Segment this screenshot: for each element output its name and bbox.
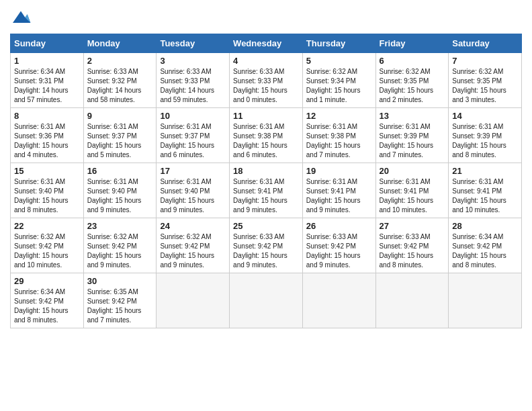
- calendar-cell: 21Sunrise: 6:31 AMSunset: 9:41 PMDayligh…: [449, 163, 522, 218]
- day-number: 16: [87, 166, 153, 176]
- day-number: 2: [87, 56, 153, 66]
- day-info: Sunrise: 6:34 AMSunset: 9:42 PMDaylight:…: [14, 287, 80, 325]
- calendar-cell: [302, 273, 375, 328]
- calendar-cell: 25Sunrise: 6:33 AMSunset: 9:42 PMDayligh…: [230, 218, 303, 273]
- day-number: 9: [87, 111, 153, 121]
- day-number: 23: [87, 221, 153, 231]
- day-info: Sunrise: 6:35 AMSunset: 9:42 PMDaylight:…: [87, 287, 153, 325]
- day-number: 14: [452, 111, 518, 121]
- day-number: 4: [233, 56, 299, 66]
- day-number: 12: [306, 111, 372, 121]
- calendar-cell: 18Sunrise: 6:31 AMSunset: 9:41 PMDayligh…: [230, 163, 303, 218]
- day-info: Sunrise: 6:32 AMSunset: 9:34 PMDaylight:…: [306, 67, 372, 105]
- calendar-cell: 30Sunrise: 6:35 AMSunset: 9:42 PMDayligh…: [83, 273, 157, 328]
- day-number: 3: [160, 56, 226, 66]
- weekday-header-tuesday: Tuesday: [157, 34, 230, 53]
- day-info: Sunrise: 6:31 AMSunset: 9:38 PMDaylight:…: [233, 122, 299, 160]
- day-info: Sunrise: 6:34 AMSunset: 9:42 PMDaylight:…: [452, 232, 518, 270]
- calendar-cell: 17Sunrise: 6:31 AMSunset: 9:40 PMDayligh…: [157, 163, 230, 218]
- day-info: Sunrise: 6:31 AMSunset: 9:36 PMDaylight:…: [14, 122, 80, 160]
- weekday-header-row: SundayMondayTuesdayWednesdayThursdayFrid…: [11, 34, 522, 53]
- day-info: Sunrise: 6:31 AMSunset: 9:41 PMDaylight:…: [306, 177, 372, 215]
- calendar-cell: 12Sunrise: 6:31 AMSunset: 9:38 PMDayligh…: [302, 108, 375, 163]
- calendar-cell: [375, 273, 449, 328]
- calendar-cell: 23Sunrise: 6:32 AMSunset: 9:42 PMDayligh…: [83, 218, 157, 273]
- day-number: 20: [380, 166, 445, 176]
- day-number: 13: [380, 111, 445, 121]
- calendar-week-row: 22Sunrise: 6:32 AMSunset: 9:42 PMDayligh…: [11, 218, 522, 273]
- calendar-cell: 15Sunrise: 6:31 AMSunset: 9:40 PMDayligh…: [11, 163, 84, 218]
- day-info: Sunrise: 6:33 AMSunset: 9:42 PMDaylight:…: [380, 232, 445, 270]
- calendar-table: SundayMondayTuesdayWednesdayThursdayFrid…: [10, 34, 522, 328]
- calendar-cell: [230, 273, 303, 328]
- day-number: 27: [380, 221, 445, 231]
- day-info: Sunrise: 6:31 AMSunset: 9:39 PMDaylight:…: [380, 122, 445, 160]
- day-number: 29: [14, 276, 80, 286]
- day-number: 21: [452, 166, 518, 176]
- day-info: Sunrise: 6:31 AMSunset: 9:41 PMDaylight:…: [233, 177, 299, 215]
- calendar-cell: [449, 273, 522, 328]
- day-info: Sunrise: 6:31 AMSunset: 9:40 PMDaylight:…: [87, 177, 153, 215]
- day-number: 10: [160, 111, 226, 121]
- calendar-cell: 14Sunrise: 6:31 AMSunset: 9:39 PMDayligh…: [449, 108, 522, 163]
- calendar-cell: 9Sunrise: 6:31 AMSunset: 9:37 PMDaylight…: [83, 108, 157, 163]
- day-number: 22: [14, 221, 80, 231]
- day-number: 6: [380, 56, 445, 66]
- weekday-header-friday: Friday: [375, 34, 449, 53]
- calendar-week-row: 15Sunrise: 6:31 AMSunset: 9:40 PMDayligh…: [11, 163, 522, 218]
- calendar-week-row: 1Sunrise: 6:34 AMSunset: 9:31 PMDaylight…: [11, 53, 522, 108]
- calendar-cell: 6Sunrise: 6:32 AMSunset: 9:35 PMDaylight…: [375, 53, 449, 108]
- calendar-cell: 26Sunrise: 6:33 AMSunset: 9:42 PMDayligh…: [302, 218, 375, 273]
- day-info: Sunrise: 6:32 AMSunset: 9:42 PMDaylight:…: [87, 232, 153, 270]
- calendar-cell: 22Sunrise: 6:32 AMSunset: 9:42 PMDayligh…: [11, 218, 84, 273]
- calendar-cell: 5Sunrise: 6:32 AMSunset: 9:34 PMDaylight…: [302, 53, 375, 108]
- day-info: Sunrise: 6:33 AMSunset: 9:42 PMDaylight:…: [306, 232, 372, 270]
- page-header: [10, 7, 522, 28]
- calendar-week-row: 29Sunrise: 6:34 AMSunset: 9:42 PMDayligh…: [11, 273, 522, 328]
- day-info: Sunrise: 6:32 AMSunset: 9:42 PMDaylight:…: [160, 232, 226, 270]
- calendar-cell: 7Sunrise: 6:32 AMSunset: 9:35 PMDaylight…: [449, 53, 522, 108]
- day-number: 15: [14, 166, 80, 176]
- calendar-cell: 29Sunrise: 6:34 AMSunset: 9:42 PMDayligh…: [11, 273, 84, 328]
- day-info: Sunrise: 6:31 AMSunset: 9:40 PMDaylight:…: [14, 177, 80, 215]
- day-number: 18: [233, 166, 299, 176]
- day-info: Sunrise: 6:31 AMSunset: 9:41 PMDaylight:…: [452, 177, 518, 215]
- day-info: Sunrise: 6:31 AMSunset: 9:40 PMDaylight:…: [160, 177, 226, 215]
- calendar-week-row: 8Sunrise: 6:31 AMSunset: 9:36 PMDaylight…: [11, 108, 522, 163]
- day-number: 19: [306, 166, 372, 176]
- calendar-cell: 2Sunrise: 6:33 AMSunset: 9:32 PMDaylight…: [83, 53, 157, 108]
- calendar-page: SundayMondayTuesdayWednesdayThursdayFrid…: [0, 0, 532, 411]
- weekday-header-saturday: Saturday: [449, 34, 522, 53]
- day-info: Sunrise: 6:33 AMSunset: 9:42 PMDaylight:…: [233, 232, 299, 270]
- calendar-cell: 13Sunrise: 6:31 AMSunset: 9:39 PMDayligh…: [375, 108, 449, 163]
- calendar-cell: [157, 273, 230, 328]
- day-info: Sunrise: 6:31 AMSunset: 9:38 PMDaylight:…: [306, 122, 372, 160]
- calendar-cell: 10Sunrise: 6:31 AMSunset: 9:37 PMDayligh…: [157, 108, 230, 163]
- weekday-header-monday: Monday: [83, 34, 157, 53]
- day-info: Sunrise: 6:31 AMSunset: 9:37 PMDaylight:…: [160, 122, 226, 160]
- day-number: 5: [306, 56, 372, 66]
- calendar-cell: 28Sunrise: 6:34 AMSunset: 9:42 PMDayligh…: [449, 218, 522, 273]
- day-number: 24: [160, 221, 226, 231]
- day-number: 1: [14, 56, 80, 66]
- weekday-header-sunday: Sunday: [11, 34, 84, 53]
- day-number: 11: [233, 111, 299, 121]
- day-number: 8: [14, 111, 80, 121]
- calendar-cell: 24Sunrise: 6:32 AMSunset: 9:42 PMDayligh…: [157, 218, 230, 273]
- day-info: Sunrise: 6:31 AMSunset: 9:41 PMDaylight:…: [380, 177, 445, 215]
- day-number: 30: [87, 276, 153, 286]
- day-info: Sunrise: 6:32 AMSunset: 9:35 PMDaylight:…: [452, 67, 518, 105]
- day-number: 7: [452, 56, 518, 66]
- calendar-cell: 19Sunrise: 6:31 AMSunset: 9:41 PMDayligh…: [302, 163, 375, 218]
- day-info: Sunrise: 6:34 AMSunset: 9:31 PMDaylight:…: [14, 67, 80, 105]
- day-number: 28: [452, 221, 518, 231]
- logo: [10, 7, 34, 28]
- day-info: Sunrise: 6:31 AMSunset: 9:39 PMDaylight:…: [452, 122, 518, 160]
- calendar-cell: 4Sunrise: 6:33 AMSunset: 9:33 PMDaylight…: [230, 53, 303, 108]
- day-info: Sunrise: 6:32 AMSunset: 9:42 PMDaylight:…: [14, 232, 80, 270]
- day-number: 26: [306, 221, 372, 231]
- calendar-cell: 16Sunrise: 6:31 AMSunset: 9:40 PMDayligh…: [83, 163, 157, 218]
- weekday-header-thursday: Thursday: [302, 34, 375, 53]
- calendar-cell: 8Sunrise: 6:31 AMSunset: 9:36 PMDaylight…: [11, 108, 84, 163]
- calendar-cell: 1Sunrise: 6:34 AMSunset: 9:31 PMDaylight…: [11, 53, 84, 108]
